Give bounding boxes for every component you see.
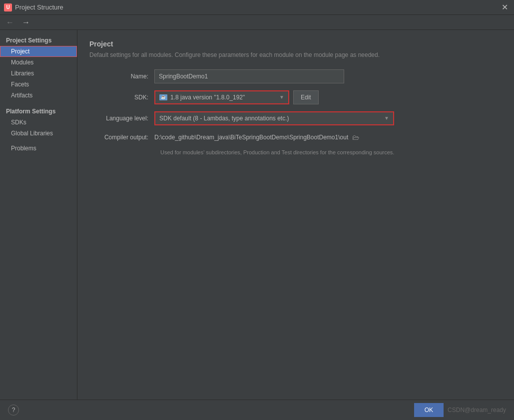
content-description: Default settings for all modules. Config… xyxy=(89,51,502,59)
name-label: Name: xyxy=(89,73,154,80)
language-level-control-group: SDK default (8 - Lambdas, type annotatio… xyxy=(154,111,502,125)
ok-button[interactable]: OK xyxy=(414,403,444,417)
language-level-dropdown-arrow: ▼ xyxy=(384,115,389,121)
forward-button[interactable]: → xyxy=(20,17,32,28)
sidebar-item-modules[interactable]: Modules xyxy=(0,57,77,68)
sidebar-item-problems[interactable]: Problems xyxy=(0,143,77,154)
nav-bar: ← → xyxy=(0,15,514,30)
sidebar-divider-1 xyxy=(0,101,77,105)
language-level-dropdown[interactable]: SDK default (8 - Lambdas, type annotatio… xyxy=(154,111,394,125)
sdk-dropdown[interactable]: ☕ 1.8 java version "1.8.0_192" ▼ xyxy=(154,90,289,104)
sidebar-divider-2 xyxy=(0,139,77,143)
sidebar-item-facets[interactable]: Facets xyxy=(0,79,77,90)
bottom-right: OK CSDN@dream_ready xyxy=(414,403,506,417)
compiler-output-row: Compiler output: D:\code_github\Dream_ja… xyxy=(89,132,502,142)
main-layout: Project Settings Project Modules Librari… xyxy=(0,30,514,400)
help-button[interactable]: ? xyxy=(8,405,19,416)
sidebar-item-sdks[interactable]: SDKs xyxy=(0,117,77,128)
bottom-left: ? xyxy=(8,405,19,416)
sdk-label: SDK: xyxy=(89,94,154,101)
sdk-dropdown-arrow: ▼ xyxy=(279,94,284,100)
language-level-row: Language level: SDK default (8 - Lambdas… xyxy=(89,111,502,125)
bottom-bar: ? OK CSDN@dream_ready xyxy=(0,400,514,420)
sdk-control-group: ☕ 1.8 java version "1.8.0_192" ▼ Edit xyxy=(154,90,502,104)
project-settings-header: Project Settings xyxy=(0,34,77,46)
compiler-output-value: D:\code_github\Dream_java\BiTeSpringBoot… xyxy=(154,132,360,142)
sdk-edit-button[interactable]: Edit xyxy=(293,90,319,104)
sidebar-item-artifacts[interactable]: Artifacts xyxy=(0,90,77,101)
sdk-value: 1.8 java version "1.8.0_192" xyxy=(170,94,245,101)
compiler-hint: Used for modules' subdirectories, Produc… xyxy=(160,149,502,155)
sidebar: Project Settings Project Modules Librari… xyxy=(0,30,77,400)
sdk-icon: ☕ xyxy=(159,94,167,100)
compiler-output-control-group: D:\code_github\Dream_java\BiTeSpringBoot… xyxy=(154,132,502,142)
platform-settings-header: Platform Settings xyxy=(0,105,77,117)
sdk-dropdown-content: ☕ 1.8 java version "1.8.0_192" xyxy=(159,94,245,101)
sidebar-item-libraries[interactable]: Libraries xyxy=(0,68,77,79)
compiler-output-folder-button[interactable]: 🗁 xyxy=(351,132,360,142)
name-input[interactable] xyxy=(154,69,344,83)
window-title: Project Structure xyxy=(15,3,63,11)
title-bar: U Project Structure ✕ xyxy=(0,0,514,15)
sdk-row: SDK: ☕ 1.8 java version "1.8.0_192" ▼ Ed… xyxy=(89,90,502,104)
content-area: Project Default settings for all modules… xyxy=(77,30,514,400)
app-icon: U xyxy=(4,3,12,11)
language-level-label: Language level: xyxy=(89,115,154,122)
language-level-value: SDK default (8 - Lambdas, type annotatio… xyxy=(159,115,289,122)
sidebar-item-project[interactable]: Project xyxy=(0,46,77,57)
sidebar-item-global-libraries[interactable]: Global Libraries xyxy=(0,128,77,139)
close-button[interactable]: ✕ xyxy=(500,1,510,13)
compiler-output-label: Compiler output: xyxy=(89,134,154,141)
title-bar-left: U Project Structure xyxy=(4,3,63,11)
watermark: CSDN@dream_ready xyxy=(448,407,506,414)
compiler-output-path: D:\code_github\Dream_java\BiTeSpringBoot… xyxy=(154,134,348,141)
back-button[interactable]: ← xyxy=(4,17,16,28)
name-control-group xyxy=(154,69,502,83)
name-row: Name: xyxy=(89,69,502,83)
content-title: Project xyxy=(89,40,502,48)
